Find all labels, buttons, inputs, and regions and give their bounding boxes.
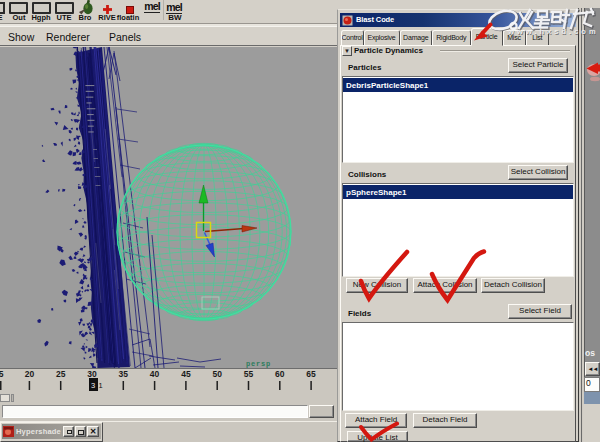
svg-text:40: 40 <box>150 369 160 379</box>
svg-text:50: 50 <box>212 369 222 379</box>
svg-text:3: 3 <box>91 381 95 390</box>
svg-text:45: 45 <box>181 369 191 379</box>
svg-text:35: 35 <box>119 369 129 379</box>
svg-text:5: 5 <box>0 369 4 379</box>
svg-text:20: 20 <box>25 369 35 379</box>
svg-text:1: 1 <box>99 381 103 390</box>
svg-text:60: 60 <box>275 369 285 379</box>
svg-text:65: 65 <box>306 369 316 379</box>
svg-text:55: 55 <box>244 369 254 379</box>
svg-text:persp: persp <box>246 360 271 368</box>
svg-text:30: 30 <box>87 369 97 379</box>
svg-text:25: 25 <box>56 369 66 379</box>
